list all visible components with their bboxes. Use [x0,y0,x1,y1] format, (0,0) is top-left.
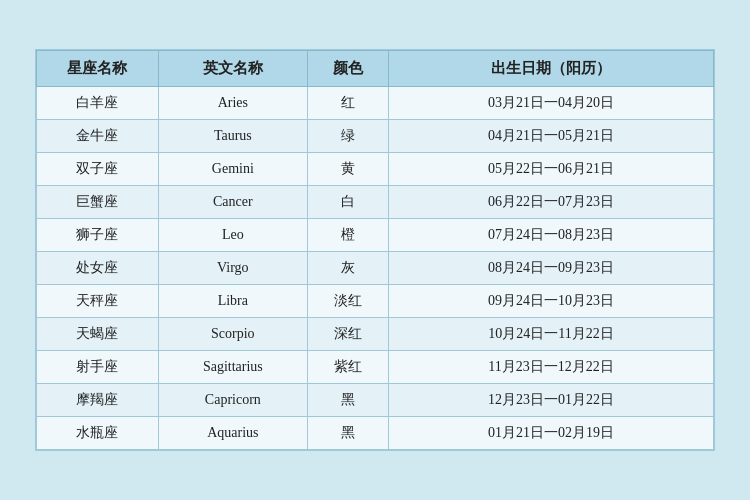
cell-color: 淡红 [307,285,388,318]
table-row: 狮子座Leo橙07月24日一08月23日 [37,219,714,252]
header-date: 出生日期（阳历） [389,51,714,87]
table-row: 双子座Gemini黄05月22日一06月21日 [37,153,714,186]
header-zh: 星座名称 [37,51,159,87]
cell-color: 绿 [307,120,388,153]
table-header-row: 星座名称 英文名称 颜色 出生日期（阳历） [37,51,714,87]
table-row: 巨蟹座Cancer白06月22日一07月23日 [37,186,714,219]
cell-en: Gemini [158,153,307,186]
cell-color: 黑 [307,417,388,450]
cell-en: Leo [158,219,307,252]
cell-en: Libra [158,285,307,318]
cell-zh: 狮子座 [37,219,159,252]
table-row: 天蝎座Scorpio深红10月24日一11月22日 [37,318,714,351]
table-row: 摩羯座Capricorn黑12月23日一01月22日 [37,384,714,417]
cell-date: 06月22日一07月23日 [389,186,714,219]
cell-zh: 天蝎座 [37,318,159,351]
cell-color: 橙 [307,219,388,252]
cell-color: 黑 [307,384,388,417]
cell-zh: 金牛座 [37,120,159,153]
zodiac-table-container: 星座名称 英文名称 颜色 出生日期（阳历） 白羊座Aries红03月21日一04… [35,49,715,451]
table-row: 金牛座Taurus绿04月21日一05月21日 [37,120,714,153]
cell-date: 10月24日一11月22日 [389,318,714,351]
cell-date: 05月22日一06月21日 [389,153,714,186]
cell-zh: 白羊座 [37,87,159,120]
header-en: 英文名称 [158,51,307,87]
table-row: 白羊座Aries红03月21日一04月20日 [37,87,714,120]
table-row: 射手座Sagittarius紫红11月23日一12月22日 [37,351,714,384]
cell-date: 03月21日一04月20日 [389,87,714,120]
header-color: 颜色 [307,51,388,87]
cell-en: Virgo [158,252,307,285]
zodiac-table: 星座名称 英文名称 颜色 出生日期（阳历） 白羊座Aries红03月21日一04… [36,50,714,450]
table-row: 处女座Virgo灰08月24日一09月23日 [37,252,714,285]
cell-zh: 巨蟹座 [37,186,159,219]
cell-zh: 射手座 [37,351,159,384]
cell-color: 红 [307,87,388,120]
cell-zh: 水瓶座 [37,417,159,450]
cell-date: 12月23日一01月22日 [389,384,714,417]
cell-zh: 天秤座 [37,285,159,318]
cell-en: Capricorn [158,384,307,417]
cell-en: Sagittarius [158,351,307,384]
table-body: 白羊座Aries红03月21日一04月20日金牛座Taurus绿04月21日一0… [37,87,714,450]
table-row: 水瓶座Aquarius黑01月21日一02月19日 [37,417,714,450]
cell-color: 深红 [307,318,388,351]
table-row: 天秤座Libra淡红09月24日一10月23日 [37,285,714,318]
cell-color: 紫红 [307,351,388,384]
cell-date: 04月21日一05月21日 [389,120,714,153]
cell-date: 07月24日一08月23日 [389,219,714,252]
cell-en: Scorpio [158,318,307,351]
cell-date: 09月24日一10月23日 [389,285,714,318]
cell-en: Aquarius [158,417,307,450]
cell-zh: 处女座 [37,252,159,285]
cell-date: 11月23日一12月22日 [389,351,714,384]
cell-color: 黄 [307,153,388,186]
cell-color: 灰 [307,252,388,285]
cell-en: Cancer [158,186,307,219]
cell-zh: 双子座 [37,153,159,186]
cell-date: 01月21日一02月19日 [389,417,714,450]
cell-en: Aries [158,87,307,120]
cell-zh: 摩羯座 [37,384,159,417]
cell-en: Taurus [158,120,307,153]
cell-color: 白 [307,186,388,219]
cell-date: 08月24日一09月23日 [389,252,714,285]
